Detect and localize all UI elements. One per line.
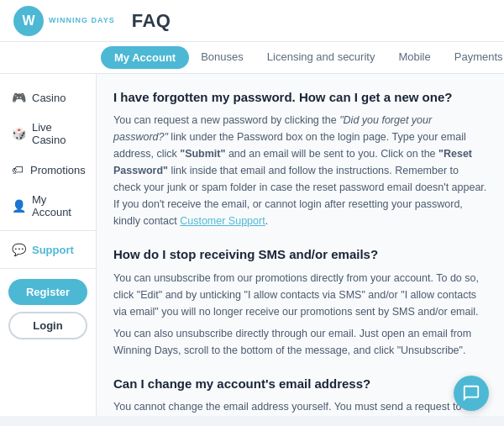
faq-section-2: How do I stop receiving SMS and/or email… [113, 245, 487, 358]
sidebar-item-my-account[interactable]: 👤 My Account [0, 185, 96, 227]
my-account-icon: 👤 [12, 199, 25, 213]
faq-text-2b: You can also unsubscribe directly throug… [113, 325, 487, 359]
sidebar-item-casino[interactable]: 🎮 Casino [0, 82, 96, 113]
tab-licensing[interactable]: Licensing and security [255, 42, 387, 73]
customer-support-link-1[interactable]: Customer Support [180, 215, 265, 227]
tab-bar: My Account Bonuses Licensing and securit… [0, 42, 504, 74]
header: W WINNING DAYS FAQ [0, 0, 504, 42]
sidebar-item-live-casino-label: Live Casino [32, 121, 84, 146]
tab-payments[interactable]: Payments [443, 42, 504, 73]
sidebar-item-support[interactable]: 💬 Support [0, 234, 96, 265]
faq-content: I have forgotten my password. How can I … [97, 74, 504, 416]
support-icon: 💬 [12, 243, 25, 256]
faq-title-2: How do I stop receiving SMS and/or email… [113, 245, 487, 264]
live-casino-icon: 🎲 [12, 127, 25, 140]
svg-text:W: W [22, 13, 35, 28]
sidebar-divider [0, 230, 96, 231]
register-button[interactable]: Register [8, 279, 87, 305]
page-title: FAQ [132, 10, 171, 32]
faq-section-1: I have forgotten my password. How can I … [113, 87, 487, 229]
sidebar-item-promotions-label: Promotions [30, 164, 86, 176]
sidebar-item-my-account-label: My Account [32, 193, 84, 218]
login-button[interactable]: Login [8, 312, 87, 339]
tab-my-account[interactable]: My Account [101, 46, 189, 69]
sidebar-item-promotions[interactable]: 🏷 Promotions [0, 155, 96, 185]
faq-text-1: You can request a new password by clicki… [113, 112, 487, 229]
sidebar-item-casino-label: Casino [32, 92, 66, 104]
promotions-icon: 🏷 [12, 163, 24, 176]
chat-icon [462, 384, 480, 402]
casino-icon: 🎮 [12, 91, 25, 104]
main-layout: 🎮 Casino 🎲 Live Casino 🏷 Promotions 👤 My… [0, 74, 504, 416]
faq-text-3: You cannot change the email address your… [113, 398, 487, 416]
faq-title-1: I have forgotten my password. How can I … [113, 87, 487, 107]
logo-area: W WINNING DAYS [13, 6, 115, 36]
tab-mobile[interactable]: Mobile [386, 42, 442, 73]
sidebar: 🎮 Casino 🎲 Live Casino 🏷 Promotions 👤 My… [0, 74, 97, 416]
logo-sub: WINNING DAYS [49, 17, 115, 25]
logo-icon: W [13, 6, 44, 36]
tab-bonuses[interactable]: Bonuses [189, 42, 255, 73]
faq-section-3: Can I change my account's email address?… [113, 374, 487, 417]
faq-title-3: Can I change my account's email address? [113, 374, 487, 393]
chat-button[interactable] [454, 376, 489, 411]
faq-text-2a: You can unsubscribe from our promotions … [113, 270, 487, 320]
sidebar-divider-2 [0, 268, 96, 269]
sidebar-item-live-casino[interactable]: 🎲 Live Casino [0, 113, 96, 155]
sidebar-item-support-label: Support [32, 244, 74, 256]
